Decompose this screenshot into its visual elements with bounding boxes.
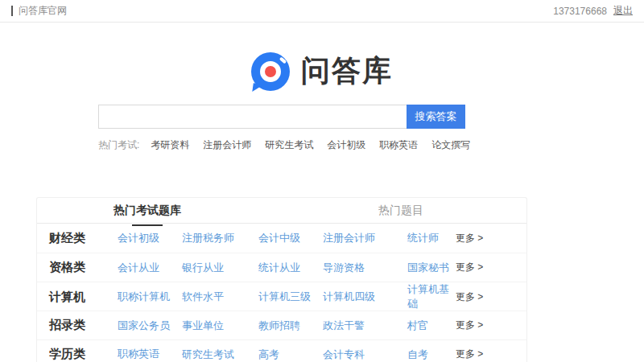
bank-link[interactable]: 导游资格 xyxy=(323,261,407,275)
search-input[interactable] xyxy=(98,105,407,129)
category-label: 计算机 xyxy=(49,290,118,305)
tab-hot-exam-banks[interactable]: 热门考试题库 xyxy=(114,204,181,218)
more-link[interactable]: 更多 > xyxy=(456,232,526,245)
panel-tabs: 热门考试题库 热门题目 xyxy=(37,198,526,224)
hot-exam-link-thesis[interactable]: 论文撰写 xyxy=(431,138,470,152)
more-link[interactable]: 更多 > xyxy=(456,319,526,332)
bank-link[interactable]: 软件水平 xyxy=(182,290,258,304)
bank-link[interactable]: 会计初级 xyxy=(118,231,182,245)
category-row-finance: 财经类 会计初级 注册税务师 会计中级 注册会计师 统计师 更多 > xyxy=(37,224,526,253)
bank-link[interactable]: 会计从业 xyxy=(118,261,182,275)
q-ring xyxy=(260,61,281,82)
bank-link[interactable]: 统计师 xyxy=(407,231,456,245)
qa-bubble-icon xyxy=(251,52,291,91)
category-row-qualification: 资格类 会计从业 银行从业 统计从业 导游资格 国家秘书 更多 > xyxy=(37,253,526,282)
bank-link[interactable]: 国家秘书 xyxy=(407,261,456,275)
hot-exam-link-cpa[interactable]: 注册会计师 xyxy=(203,138,251,152)
hot-exams-row: 热门考试: 考研资料 注册会计师 研究生考试 会计初级 职称英语 论文撰写 xyxy=(98,138,644,152)
category-row-computer: 计算机 职称计算机 软件水平 计算机三级 计算机四级 计算机基础 更多 > xyxy=(37,282,526,311)
topbar: 问答库官网 1373176668 退出 xyxy=(0,0,644,23)
category-row-education: 学历类 职称英语 研究生考试 高考 会计专科 自考 更多 > xyxy=(37,339,526,362)
tab-hot-questions[interactable]: 热门题目 xyxy=(378,204,423,218)
category-row-recruitment: 招录类 国家公务员 事业单位 教师招聘 政法干警 村官 更多 > xyxy=(37,311,526,339)
bank-link[interactable]: 会计中级 xyxy=(258,231,323,245)
search-bar: 搜索答案 xyxy=(98,105,465,129)
site-name: 问答库官网 xyxy=(19,4,67,18)
more-link[interactable]: 更多 > xyxy=(456,348,526,361)
bank-link[interactable]: 职称英语 xyxy=(118,347,159,362)
category-label: 招录类 xyxy=(49,318,118,333)
bank-link[interactable]: 计算机四级 xyxy=(323,290,407,304)
search-button[interactable]: 搜索答案 xyxy=(407,105,465,129)
bank-link[interactable]: 注册税务师 xyxy=(182,231,258,245)
bank-link[interactable]: 政法干警 xyxy=(323,319,407,333)
bank-link[interactable]: 国家公务员 xyxy=(118,319,182,333)
hot-exam-link-accounting[interactable]: 会计初级 xyxy=(327,138,365,152)
category-label: 财经类 xyxy=(49,231,118,246)
bank-link[interactable]: 统计从业 xyxy=(258,261,323,275)
bank-link[interactable]: 事业单位 xyxy=(182,319,258,333)
bubble-tail xyxy=(252,83,263,93)
user-phone: 1373176668 xyxy=(553,6,607,17)
bank-link[interactable]: 村官 xyxy=(407,319,456,333)
bank-link[interactable]: 自考 xyxy=(407,348,456,362)
bank-link[interactable]: 银行从业 xyxy=(182,261,258,275)
category-label: 资格类 xyxy=(49,260,118,275)
bank-link[interactable]: 注册会计师 xyxy=(323,231,407,245)
hot-exams-label: 热门考试: xyxy=(98,138,139,152)
hot-exam-link-kaoyan[interactable]: 考研资料 xyxy=(151,138,189,152)
logo-text: 问答库 xyxy=(301,51,393,91)
topbar-accent-bar xyxy=(11,6,13,16)
more-link[interactable]: 更多 > xyxy=(456,261,526,274)
hot-exam-link-english[interactable]: 职称英语 xyxy=(379,138,418,152)
category-label: 学历类 xyxy=(49,347,118,362)
bank-link[interactable]: 会计专科 xyxy=(323,348,407,362)
hot-banks-panel: 热门考试题库 热门题目 财经类 会计初级 注册税务师 会计中级 注册会计师 统计… xyxy=(36,197,527,362)
bank-link[interactable]: 研究生考试 xyxy=(182,348,258,362)
logout-link[interactable]: 退出 xyxy=(613,4,633,18)
bank-link[interactable]: 计算机三级 xyxy=(258,290,323,304)
logo: 问答库 xyxy=(0,51,644,91)
topbar-left: 问答库官网 xyxy=(11,4,67,18)
hot-exam-link-graduate[interactable]: 研究生考试 xyxy=(265,138,313,152)
bank-link[interactable]: 职称计算机 xyxy=(118,290,182,304)
bank-link[interactable]: 教师招聘 xyxy=(258,319,323,333)
topbar-right: 1373176668 退出 xyxy=(553,4,633,18)
more-link[interactable]: 更多 > xyxy=(456,290,526,304)
bank-link[interactable]: 高考 xyxy=(258,348,323,362)
bank-link[interactable]: 计算机基础 xyxy=(407,282,456,311)
